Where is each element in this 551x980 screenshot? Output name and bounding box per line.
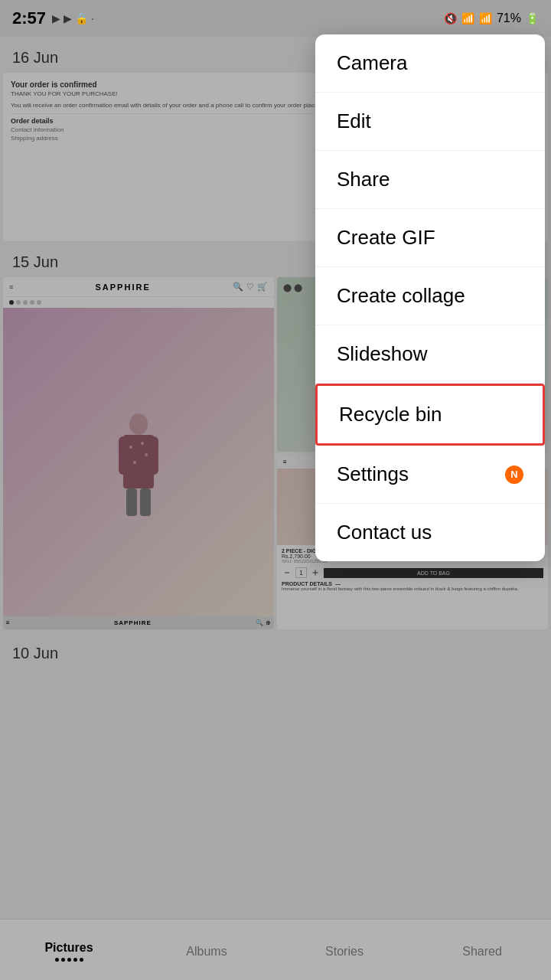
menu-item-edit[interactable]: Edit xyxy=(315,93,545,151)
status-bar: 2:57 ▶ ▶ 🔒 · 🔇 📶 📶 71% 🔋 xyxy=(0,0,551,37)
menu-label-slideshow: Slideshow xyxy=(337,342,428,366)
menu-item-create-collage[interactable]: Create collage xyxy=(315,267,545,325)
mute-icon: 🔇 xyxy=(444,12,457,24)
battery-icon: 🔋 xyxy=(526,12,539,24)
status-right: 🔇 📶 📶 71% 🔋 xyxy=(444,11,539,25)
menu-label-edit: Edit xyxy=(337,109,371,133)
menu-label-camera: Camera xyxy=(337,51,407,75)
menu-item-camera[interactable]: Camera xyxy=(315,34,545,93)
wifi-icon: 📶 xyxy=(461,12,474,24)
status-time: 2:57 xyxy=(12,8,46,28)
menu-label-share: Share xyxy=(337,168,390,191)
menu-label-create-gif: Create GIF xyxy=(337,226,435,250)
menu-label-contact-us: Contact us xyxy=(337,521,432,544)
menu-item-slideshow[interactable]: Slideshow xyxy=(315,325,545,384)
youtube-icon-2: ▶ xyxy=(64,12,72,24)
lock-icon: 🔒 xyxy=(75,12,88,24)
menu-item-recycle-bin[interactable]: Recycle bin xyxy=(315,384,545,446)
status-icons: ▶ ▶ 🔒 · xyxy=(52,12,94,24)
signal-icon: 📶 xyxy=(479,12,492,24)
menu-item-create-gif[interactable]: Create GIF xyxy=(315,209,545,267)
battery-level: 71% xyxy=(497,11,521,25)
dot-icon: · xyxy=(91,12,94,24)
status-left: 2:57 ▶ ▶ 🔒 · xyxy=(12,8,94,28)
menu-item-settings[interactable]: Settings N xyxy=(315,446,545,504)
menu-label-recycle-bin: Recycle bin xyxy=(339,403,442,426)
menu-item-contact-us[interactable]: Contact us xyxy=(315,504,545,561)
settings-badge: N xyxy=(505,466,523,484)
menu-label-create-collage: Create collage xyxy=(337,284,465,308)
menu-label-settings: Settings xyxy=(337,462,409,486)
menu-item-share[interactable]: Share xyxy=(315,151,545,209)
youtube-icon-1: ▶ xyxy=(52,12,60,24)
dropdown-menu: Camera Edit Share Create GIF Create coll… xyxy=(315,34,545,561)
